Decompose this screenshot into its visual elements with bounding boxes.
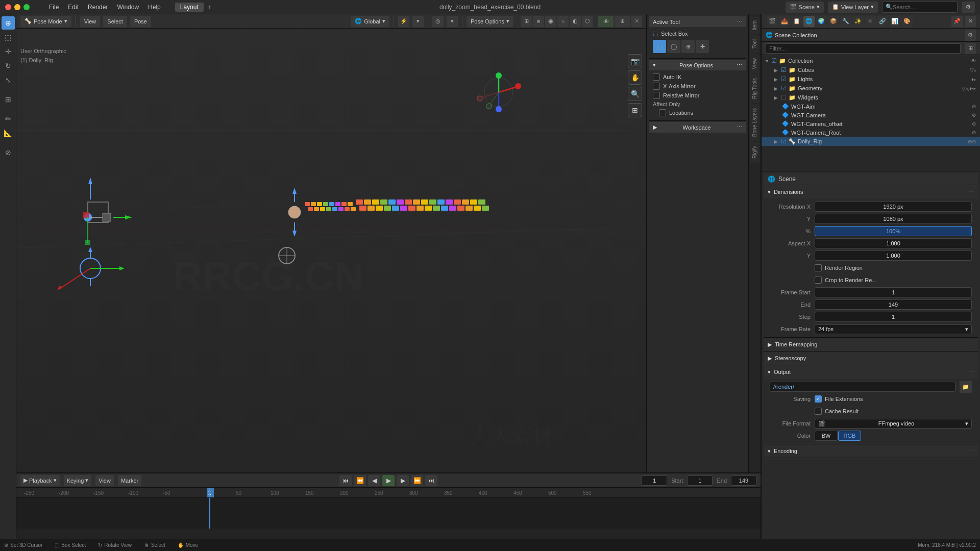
end-frame-input[interactable] [731, 475, 756, 486]
maximize-button[interactable] [23, 4, 30, 10]
workspace-header[interactable]: ▶ Workspace ⋯ [649, 122, 746, 133]
x-axis-mirror-checkbox[interactable] [653, 83, 660, 90]
prop-tab-constraints[interactable]: 🔗 [877, 16, 888, 27]
timeline-playback-btn[interactable]: ▶ Playback ▾ [20, 475, 60, 486]
outliner-item-wgt-camera-root[interactable]: 🔷 WGT-Camera_Root ⊘ [762, 128, 980, 137]
frame-rate-dropdown[interactable]: 24 fps ▾ [815, 324, 972, 334]
prop-panel-close[interactable]: ✕ [965, 16, 976, 27]
pose-options-btn[interactable]: Pose Options ▾ [467, 16, 513, 27]
viewport-camera-icon[interactable]: 📷 [628, 54, 642, 68]
snap-toggle-btn[interactable]: ⚡ [398, 16, 409, 27]
outliner-item-wgt-aim[interactable]: 🔷 WGT-Aim ⊘ [762, 102, 980, 111]
resolution-x-input[interactable] [815, 202, 972, 212]
prop-panel-pin[interactable]: 📌 [951, 16, 963, 27]
step-forward-btn[interactable]: ▶ [397, 475, 409, 486]
select-menu-btn[interactable]: Select [103, 16, 127, 27]
file-extensions-checkbox[interactable]: ✓ [815, 395, 822, 403]
auto-ik-checkbox[interactable] [653, 73, 660, 81]
relative-mirror-checkbox[interactable] [653, 92, 660, 99]
tool-icon-2[interactable]: ◯ [667, 40, 680, 53]
pose-menu-btn[interactable]: Pose [130, 16, 151, 27]
prev-keyframe-btn[interactable]: ⏪ [354, 475, 366, 486]
frame-start-input[interactable] [815, 287, 972, 297]
aspect-y-input[interactable] [815, 251, 972, 261]
outliner-item-dolly-rig[interactable]: ▶ ☑ 🦴 Dolly_Rig ⊕⊙ [762, 137, 980, 146]
outliner-item-wgt-camera-offset[interactable]: 🔷 WGT-Camera_offset ⊘ [762, 119, 980, 128]
time-remapping-header[interactable]: ▶ Time Remapping ⋯ [764, 338, 978, 351]
prop-tab-data[interactable]: 📊 [889, 16, 900, 27]
viewport-icon-btn1[interactable]: ⊞ [521, 16, 532, 27]
select-box-row[interactable]: ⬚ Select Box [649, 29, 746, 38]
global-search-input[interactable] [893, 4, 954, 10]
filter-button[interactable]: ⚙ [962, 2, 975, 13]
viewport-icon-btn4[interactable]: ○ [557, 16, 569, 27]
output-path-folder-btn[interactable]: 📁 [960, 381, 972, 393]
proportional-edit-btn[interactable]: ◎ [432, 16, 444, 27]
vtab-rig-tools[interactable]: Rig Tools [750, 74, 760, 103]
snap-options-btn[interactable]: ▾ [412, 16, 424, 27]
viewport-overlay-btn[interactable]: 👁 [598, 16, 614, 27]
viewport-icon-btn3[interactable]: ◉ [545, 16, 556, 27]
viewport-icon-btn6[interactable]: ⬡ [582, 16, 593, 27]
jump-end-btn[interactable]: ⏭ [425, 475, 437, 486]
current-frame-input[interactable] [642, 475, 667, 486]
viewport-icon-btn2[interactable]: ≡ [533, 16, 544, 27]
output-section-header[interactable]: ▾ Output ⋯ [764, 365, 978, 379]
relative-mirror-row[interactable]: Relative Mirror [649, 91, 746, 100]
play-btn[interactable]: ▶ [382, 475, 395, 486]
viewport-close-btn[interactable]: ✕ [631, 16, 642, 27]
vtab-view[interactable]: View [750, 54, 760, 73]
locations-row[interactable]: Locations [649, 108, 746, 117]
crop-label[interactable]: Crop to Render Re... [815, 277, 877, 284]
toolbar-cursor-tool[interactable]: ⊕ [2, 16, 15, 30]
prop-tab-output[interactable]: 📤 [779, 16, 790, 27]
outliner-search-input[interactable] [766, 43, 961, 54]
menu-file[interactable]: File [45, 3, 63, 12]
vtab-tool[interactable]: Tool [750, 35, 760, 53]
viewport-canvas[interactable]: RRCG.CN 人人素材 User Orthographic (1) Dolly… [16, 29, 646, 524]
active-tool-header[interactable]: Active Tool ⋯ [649, 16, 746, 27]
prop-tab-object[interactable]: 📦 [828, 16, 839, 27]
file-format-dropdown[interactable]: 🎬 FFmpeg video ▾ [815, 419, 972, 429]
start-frame-input[interactable] [687, 475, 713, 486]
prop-tab-modifier[interactable]: 🔧 [840, 16, 851, 27]
timeline-view-btn[interactable]: View [95, 475, 114, 486]
crop-checkbox[interactable] [815, 277, 822, 284]
menu-help[interactable]: Help [144, 3, 165, 12]
toolbar-scale-tool[interactable]: ⤡ [2, 73, 15, 87]
viewport-icon-btn5[interactable]: ◐ [570, 16, 581, 27]
close-button[interactable] [5, 4, 11, 10]
tool-icon-4[interactable]: ✚ [696, 40, 709, 53]
toolbar-rotate-tool[interactable]: ↻ [2, 59, 15, 72]
menu-edit[interactable]: Edit [64, 3, 83, 12]
prop-tab-viewlayer[interactable]: 📋 [791, 16, 802, 27]
vtab-rigify[interactable]: Rigify [750, 142, 760, 163]
mode-selector[interactable]: 🦴 Pose Mode ▾ [20, 16, 71, 27]
viewport-gizmo-btn[interactable]: ⊕ [615, 16, 630, 27]
x-axis-mirror-row[interactable]: X-Axis Mirror [649, 82, 746, 91]
output-path[interactable]: //render/ [770, 382, 955, 392]
toolbar-measure-tool[interactable]: 📐 [2, 127, 15, 140]
scene-selector[interactable]: 🎬 Scene ▾ [786, 2, 824, 13]
resolution-pct-input[interactable] [815, 226, 972, 236]
render-region-checkbox[interactable] [815, 264, 822, 271]
file-extensions-label[interactable]: ✓ File Extensions [815, 395, 863, 403]
vtab-item[interactable]: Item [750, 16, 760, 34]
next-keyframe-btn[interactable]: ⏩ [411, 475, 423, 486]
auto-ik-row[interactable]: Auto IK [649, 72, 746, 82]
toolbar-extra-tool[interactable]: ⊘ [2, 146, 15, 159]
render-region-label[interactable]: Render Region [815, 264, 863, 271]
prop-tab-physics[interactable]: ⚛ [865, 16, 876, 27]
stereoscopy-header[interactable]: ▶ Stereoscopy ⋯ [764, 352, 978, 365]
viewport-zoom-icon[interactable]: 🔍 [628, 87, 642, 101]
jump-start-btn[interactable]: ⏮ [339, 475, 352, 486]
color-rgb-btn[interactable]: RGB [838, 431, 861, 441]
outliner-item-collection[interactable]: ▾ ☑ 📁 Collection 👁 [762, 56, 980, 65]
color-bw-btn[interactable]: BW [815, 431, 838, 441]
vtab-bone-layers[interactable]: Bone Layers [750, 104, 760, 141]
menu-window[interactable]: Window [113, 3, 143, 12]
prop-tab-world[interactable]: 🌍 [816, 16, 827, 27]
timeline-keying-btn[interactable]: Keying ▾ [64, 475, 92, 486]
frame-end-input[interactable] [815, 299, 972, 310]
outliner-item-cubes[interactable]: ▶ ☑ 📁 Cubes ▽₀ [762, 65, 980, 74]
